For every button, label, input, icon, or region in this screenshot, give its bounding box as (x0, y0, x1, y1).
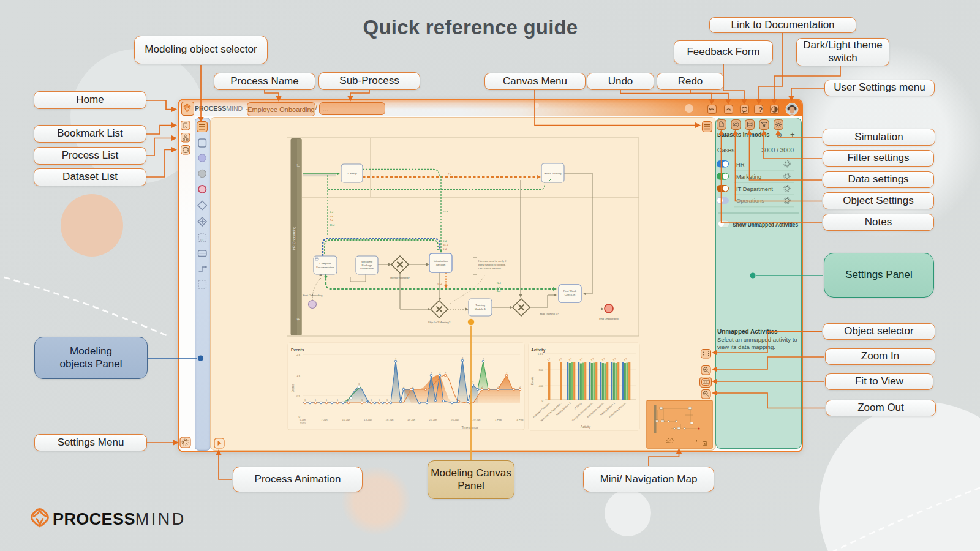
svg-text:Operations: Operations (736, 197, 764, 204)
svg-text:Complete: Complete (320, 262, 331, 265)
svg-text:Select an unmapped activity to: Select an unmapped activity to (717, 336, 797, 343)
svg-text:7 d: 7 d (330, 219, 333, 222)
svg-text:1: 1 (371, 399, 372, 402)
svg-text:Roles Training: Roles Training (544, 172, 562, 175)
svg-text:0.5: 0.5 (296, 395, 301, 398)
svg-text:10 Jan: 10 Jan (342, 418, 351, 421)
svg-text:3000 / 3000: 3000 / 3000 (761, 147, 794, 154)
svg-text:13 Jan: 13 Jan (364, 418, 372, 421)
svg-text:Cases:: Cases: (717, 147, 736, 154)
svg-text:15 d: 15 d (443, 210, 448, 213)
svg-text:2: 2 (472, 381, 473, 384)
svg-text:1: 1 (379, 399, 380, 402)
svg-text:30 d: 30 d (443, 244, 448, 247)
svg-text:3: 3 (431, 371, 432, 374)
svg-text:7 d: 7 d (497, 286, 500, 289)
svg-text:400: 400 (539, 384, 544, 388)
svg-text:Skip Training 2?: Skip Training 2? (540, 312, 559, 315)
svg-text:29 Jan: 29 Jan (473, 418, 481, 421)
svg-text:IT: IT (297, 164, 300, 167)
svg-text:IT Setup: IT Setup (347, 172, 357, 175)
svg-text:800: 800 (539, 369, 544, 372)
svg-text:2: 2 (412, 385, 413, 388)
svg-text:Skip Lvl? Meeting?: Skip Lvl? Meeting? (428, 321, 451, 324)
svg-text:HR: HR (736, 161, 745, 168)
svg-text:1: 1 (348, 399, 349, 402)
svg-text:N d: N d (497, 282, 501, 285)
svg-text:End Onboarding: End Onboarding (599, 317, 619, 320)
svg-text:16 Jan: 16 Jan (386, 418, 394, 421)
svg-text:Distribution: Distribution (360, 267, 374, 270)
svg-text:Documentation: Documentation (316, 266, 334, 269)
svg-text:m: m (200, 238, 203, 241)
svg-text:1 Feb: 1 Feb (495, 418, 502, 421)
svg-text:Training: Training (475, 304, 485, 307)
svg-text:Check-In: Check-In (565, 293, 576, 296)
svg-text:0 d: 0 d (443, 239, 447, 242)
svg-text:0 d: 0 d (443, 247, 447, 250)
svg-text:3: 3 (506, 371, 507, 374)
svg-text:1: 1 (337, 399, 338, 402)
svg-text:7 d: 7 d (448, 173, 451, 176)
svg-text:view its data mapping.: view its data mapping. (717, 343, 775, 350)
svg-text:1: 1 (361, 399, 363, 402)
svg-text:Activity: Activity (531, 348, 546, 353)
svg-text:1: 1 (304, 399, 306, 402)
svg-text:Events: Events (292, 383, 295, 392)
svg-text:4 Feb: 4 Feb (517, 418, 524, 421)
svg-text:Session: Session (436, 263, 446, 266)
svg-text:1: 1 (326, 399, 327, 402)
svg-text:Events: Events (291, 348, 304, 352)
svg-text:Activity: Activity (581, 425, 590, 429)
svg-text:Show Unmapped Activities: Show Unmapped Activities (733, 222, 799, 228)
svg-text:Timestamps: Timestamps (461, 425, 478, 429)
svg-text:Mentor Needed?: Mentor Needed? (390, 276, 410, 279)
svg-text:Unmapped Activities: Unmapped Activities (717, 328, 778, 335)
svg-text:3: 3 (358, 383, 360, 386)
svg-text:2 k: 2 k (296, 353, 301, 356)
svg-text:2020: 2020 (300, 422, 306, 425)
svg-text:HR: HR (297, 317, 300, 321)
svg-text:Start Onboarding: Start Onboarding (303, 294, 323, 297)
svg-text:Welcome: Welcome (361, 260, 373, 263)
svg-text:2: 2 (403, 385, 404, 388)
svg-text:Events: Events (531, 376, 534, 385)
svg-text:19 Jan: 19 Jan (407, 418, 416, 421)
svg-text:1: 1 (315, 399, 316, 402)
svg-text:7 Jan: 7 Jan (321, 418, 328, 421)
svg-text:6 d: 6 d (330, 211, 333, 214)
svg-text:5 Jan: 5 Jan (300, 418, 306, 421)
svg-text:+: + (790, 130, 795, 139)
svg-text:Module 1: Module 1 (475, 307, 486, 310)
svg-text:3: 3 (445, 371, 446, 374)
svg-text:∞: ∞ (777, 130, 782, 139)
svg-text:?: ? (759, 106, 763, 113)
svg-text:Datasets in models: Datasets in models (717, 131, 769, 138)
svg-text:1 k: 1 k (296, 374, 301, 377)
svg-text:2: 2 (481, 385, 483, 388)
svg-text:1.2 k: 1.2 k (538, 353, 544, 356)
svg-text:1: 1 (386, 399, 388, 402)
svg-text:22 Jan: 22 Jan (429, 418, 438, 421)
svg-text:26 Jan: 26 Jan (451, 418, 459, 421)
svg-text:Marketing: Marketing (736, 173, 761, 180)
svg-text:Let's check the data: Let's check the data (478, 267, 502, 270)
svg-text:extra funding is needed.: extra funding is needed. (478, 263, 506, 266)
svg-text:Package: Package (361, 264, 372, 267)
svg-text:A d: A d (497, 290, 501, 293)
svg-text:3: 3 (439, 371, 440, 374)
svg-text:Here we need to verify if: Here we need to verify if (478, 260, 507, 263)
svg-text:15 d: 15 d (330, 223, 335, 227)
svg-text:5 d: 5 d (330, 215, 333, 218)
svg-text:HR Onboarding: HR Onboarding (292, 227, 296, 250)
svg-text:18 d: 18 d (437, 283, 442, 286)
svg-text:Introduction: Introduction (434, 260, 448, 263)
svg-text:2: 2 (519, 385, 521, 388)
svg-text:First Week: First Week (564, 290, 577, 293)
svg-text:IT Department: IT Department (736, 186, 773, 192)
svg-text:2: 2 (497, 385, 499, 388)
